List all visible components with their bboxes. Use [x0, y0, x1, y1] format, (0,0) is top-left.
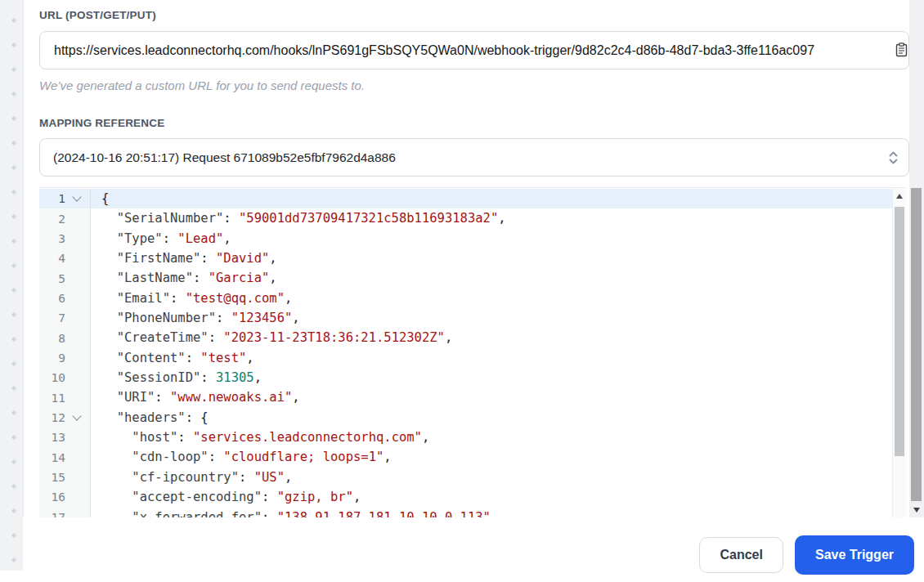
line-number: 8 [39, 332, 65, 345]
code-line-text: "Content": "test", [91, 348, 892, 368]
code-line-text: "cf-ipcountry": "US", [91, 468, 892, 487]
url-label: URL (POST/GET/PUT) [39, 9, 156, 21]
line-number: 7 [39, 311, 65, 325]
code-line: 13 "host": "services.leadconnectorhq.com… [39, 428, 892, 447]
mapping-reference-code-editor[interactable]: 1{2 "SerialNumber": "59001dd73709417321c… [39, 187, 906, 518]
code-line-text: "headers": { [91, 408, 892, 428]
code-line-text: "accept-encoding": "gzip, br", [91, 487, 892, 507]
fold-chevron-icon[interactable] [65, 197, 88, 200]
code-line: 16 "accept-encoding": "gzip, br", [39, 487, 892, 507]
editor-gutter: 10 [39, 368, 91, 387]
cancel-button[interactable]: Cancel [699, 537, 783, 573]
copy-url-button[interactable] [893, 42, 909, 60]
code-line: 4 "FirstName": "David", [39, 248, 892, 268]
editor-gutter: 13 [39, 428, 91, 447]
line-number: 2 [39, 213, 65, 226]
line-number: 9 [39, 351, 65, 365]
line-number: 15 [39, 471, 65, 484]
modal-scroll-down-button[interactable] [909, 501, 924, 517]
mapping-reference-label: MAPPING REFERENCE [39, 117, 164, 129]
modal-scrollbar-thumb[interactable] [911, 188, 922, 501]
canvas-dot-background [0, 0, 24, 571]
editor-gutter: 16 [39, 487, 91, 507]
code-line-text: "SessionID": 31305, [91, 368, 892, 387]
line-number: 16 [39, 490, 65, 504]
line-number: 1 [39, 192, 65, 205]
mapping-reference-selected-value: (2024-10-16 20:51:17) Request 671089b52e… [40, 150, 396, 165]
mapping-reference-select[interactable]: (2024-10-16 20:51:17) Request 671089b52e… [39, 138, 909, 177]
line-number: 10 [39, 371, 65, 384]
fold-chevron-icon[interactable] [65, 416, 88, 419]
editor-gutter: 11 [39, 387, 91, 407]
line-number: 12 [39, 411, 65, 424]
url-helper-text: We’ve generated a custom URL for you to … [39, 78, 365, 92]
webhook-trigger-panel: URL (POST/GET/PUT) We’ve generated a cus… [23, 0, 924, 582]
code-line: 17 "x-forwarded-for": "138.91.187.181,10… [39, 508, 892, 519]
code-line-text: "LastName": "Garcia", [91, 268, 892, 288]
triangle-up-icon [896, 190, 903, 199]
line-number: 11 [39, 392, 65, 405]
editor-gutter: 8 [39, 328, 91, 347]
url-field-wrapper [39, 31, 909, 69]
editor-scrollbar[interactable] [892, 188, 906, 518]
editor-gutter: 15 [39, 468, 91, 487]
code-line: 5 "LastName": "Garcia", [39, 268, 892, 288]
code-line-text: { [91, 189, 892, 208]
code-line: 1{ [39, 189, 892, 208]
code-line: 10 "SessionID": 31305, [39, 368, 892, 387]
code-line-text: "CreateTime": "2023-11-23T18:36:21.51230… [91, 328, 892, 347]
editor-gutter: 3 [39, 229, 91, 248]
editor-gutter: 2 [39, 208, 91, 228]
code-line-text: "URI": "www.newoaks.ai", [91, 387, 892, 407]
code-line-text: "PhoneNumber": "123456", [91, 308, 892, 328]
code-line-text: "host": "services.leadconnectorhq.com", [91, 428, 892, 447]
line-number: 5 [39, 272, 65, 285]
code-line: 2 "SerialNumber": "59001dd73709417321c58… [39, 208, 892, 228]
editor-gutter: 17 [39, 508, 91, 519]
editor-gutter: 7 [39, 308, 91, 328]
code-line: 14 "cdn-loop": "cloudflare; loops=1", [39, 447, 892, 467]
editor-scroll-up-button[interactable] [893, 188, 906, 204]
save-trigger-button[interactable]: Save Trigger [795, 535, 914, 575]
editor-gutter: 12 [39, 408, 91, 428]
triangle-down-icon [913, 508, 920, 516]
footer-action-bar: Cancel Save Trigger [23, 517, 924, 582]
editor-gutter: 4 [39, 248, 91, 268]
code-lines: 1{2 "SerialNumber": "59001dd73709417321c… [39, 189, 892, 518]
editor-gutter: 1 [39, 189, 91, 208]
webhook-url-input[interactable] [39, 31, 909, 69]
modal-scrollbar[interactable] [909, 0, 924, 517]
editor-gutter: 9 [39, 348, 91, 368]
code-line: 9 "Content": "test", [39, 348, 892, 368]
up-down-chevron-icon [888, 150, 899, 166]
line-number: 3 [39, 232, 65, 245]
code-line: 6 "Email": "test@qq.com", [39, 289, 892, 308]
code-line: 11 "URI": "www.newoaks.ai", [39, 387, 892, 407]
code-line: 3 "Type": "Lead", [39, 229, 892, 248]
code-line-text: "cdn-loop": "cloudflare; loops=1", [91, 447, 892, 467]
editor-gutter: 14 [39, 447, 91, 467]
line-number: 4 [39, 252, 65, 265]
code-line: 8 "CreateTime": "2023-11-23T18:36:21.512… [39, 328, 892, 347]
editor-scrollbar-thumb[interactable] [895, 207, 904, 456]
code-line-text: "SerialNumber": "59001dd73709417321c58b1… [91, 208, 892, 228]
line-number: 6 [39, 292, 65, 305]
code-line: 12 "headers": { [39, 408, 892, 428]
code-line-text: "Type": "Lead", [91, 229, 892, 248]
editor-gutter: 5 [39, 268, 91, 288]
code-line: 15 "cf-ipcountry": "US", [39, 468, 892, 487]
code-line-text: "Email": "test@qq.com", [91, 289, 892, 308]
editor-gutter: 6 [39, 289, 91, 308]
clipboard-icon [895, 43, 908, 57]
code-line-text: "FirstName": "David", [91, 248, 892, 268]
line-number: 13 [39, 431, 65, 444]
code-line: 7 "PhoneNumber": "123456", [39, 308, 892, 328]
line-number: 14 [39, 451, 65, 464]
code-line-text: "x-forwarded-for": "138.91.187.181,10.10… [91, 508, 892, 519]
